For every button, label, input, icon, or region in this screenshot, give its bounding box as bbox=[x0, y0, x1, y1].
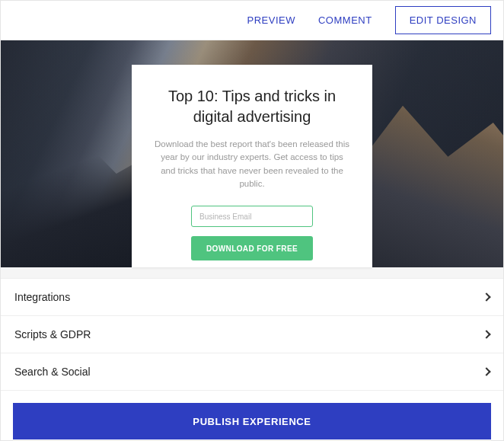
top-toolbar: PREVIEW COMMENT EDIT DESIGN bbox=[1, 1, 503, 40]
chevron-right-icon bbox=[482, 292, 490, 301]
accordion-item-integrations[interactable]: Integrations bbox=[1, 278, 503, 316]
publish-experience-button[interactable]: PUBLISH EXPERIENCE bbox=[13, 403, 491, 439]
chevron-right-icon bbox=[482, 330, 490, 338]
accordion-item-scripts-gdpr[interactable]: Scripts & GDPR bbox=[1, 316, 503, 353]
accordion-item-search-social[interactable]: Search & Social bbox=[1, 353, 503, 391]
card-title: Top 10: Tips and tricks in digital adver… bbox=[152, 86, 352, 127]
landing-card: Top 10: Tips and tricks in digital adver… bbox=[132, 65, 372, 267]
card-description: Download the best report that's been rel… bbox=[152, 138, 352, 190]
download-button[interactable]: DOWNLOAD FOR FREE bbox=[191, 236, 313, 260]
publish-bar: PUBLISH EXPERIENCE bbox=[1, 391, 503, 441]
accordion-label: Search & Social bbox=[14, 366, 91, 378]
settings-accordion: Integrations Scripts & GDPR Search & Soc… bbox=[1, 278, 503, 391]
business-email-input[interactable] bbox=[191, 206, 313, 227]
chevron-right-icon bbox=[482, 367, 490, 375]
preview-link[interactable]: PREVIEW bbox=[247, 14, 295, 26]
edit-design-button[interactable]: EDIT DESIGN bbox=[395, 6, 491, 34]
accordion-label: Scripts & GDPR bbox=[14, 328, 91, 340]
accordion-label: Integrations bbox=[14, 291, 70, 303]
hero-preview: Top 10: Tips and tricks in digital adver… bbox=[1, 40, 503, 267]
comment-link[interactable]: COMMENT bbox=[318, 14, 372, 26]
